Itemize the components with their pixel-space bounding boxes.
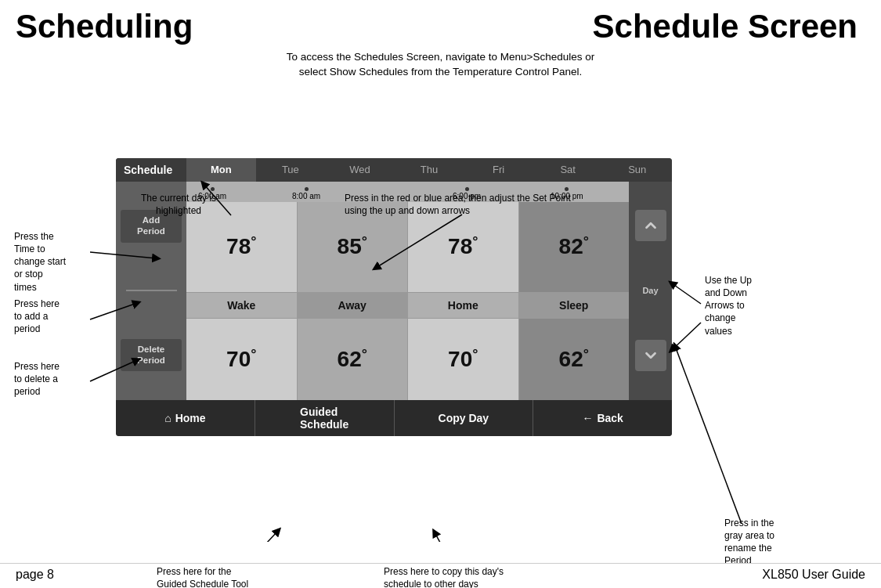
heat-temp-2: 85° — [338, 233, 367, 259]
period-name-3[interactable]: Home — [408, 293, 519, 318]
up-arrow-button[interactable] — [635, 210, 666, 241]
day-thu[interactable]: Thu — [395, 158, 464, 182]
guided-schedule-button[interactable]: GuidedSchedule — [255, 400, 395, 436]
svg-line-9 — [675, 346, 742, 524]
cool-temp-4: 62° — [559, 346, 589, 372]
cool-period-4[interactable]: 62° — [519, 319, 630, 400]
delete-period-button[interactable]: DeletePeriod — [121, 339, 182, 372]
heat-temp-3: 78° — [448, 233, 478, 259]
ann-rename-period: Press in thegray area torename thePeriod — [724, 517, 774, 568]
time-mark-2[interactable]: 8:00 am — [292, 187, 320, 200]
ann-up-down: Use the Upand DownArrows tochangevalues — [705, 274, 752, 337]
period-label-1: Wake — [227, 299, 255, 312]
period-label-4: Sleep — [559, 299, 588, 312]
ann-add-period: Press hereto add aperiod — [14, 298, 60, 336]
schedule-label: Schedule — [116, 158, 186, 182]
period-name-4[interactable]: Sleep — [519, 293, 630, 318]
sidebar-divider — [126, 290, 177, 291]
back-label: Back — [597, 412, 623, 424]
down-arrow-button[interactable] — [635, 340, 666, 371]
schedule-footer: ⌂ Home GuidedSchedule Copy Day ← Back — [116, 400, 672, 436]
cool-period-1[interactable]: 70° — [186, 319, 298, 400]
cool-period-2[interactable]: 62° — [298, 319, 409, 400]
day-fri[interactable]: Fri — [464, 158, 533, 182]
ann-press-time: Press theTime tochange startor stoptimes — [14, 230, 66, 294]
back-button[interactable]: ← Back — [533, 400, 672, 436]
home-button[interactable]: ⌂ Home — [116, 400, 255, 436]
svg-line-8 — [435, 532, 454, 542]
cool-period-3[interactable]: 70° — [408, 319, 519, 400]
copy-day-label: Copy Day — [439, 412, 489, 424]
day-wed[interactable]: Wed — [325, 158, 395, 182]
footer-guide: XL850 User Guide — [762, 568, 865, 582]
heat-temp-1: 78° — [226, 233, 256, 259]
footer-page: page 8 — [16, 568, 54, 582]
intro-text: To access the Schedules Screen, navigate… — [0, 50, 881, 80]
ann-red-blue: Press in the red or blue area, then adju… — [345, 192, 571, 217]
page-title-left: Scheduling — [16, 8, 193, 45]
ann-current-day: The current day ishighlighted — [141, 192, 216, 217]
period-name-1[interactable]: Wake — [186, 293, 298, 318]
period-label-2: Away — [338, 299, 366, 312]
cool-temp-3: 70° — [448, 346, 478, 372]
period-names-row: Wake Away Home Sleep — [186, 292, 629, 319]
cool-temps-row: 70° 62° 70° 62° — [186, 319, 629, 400]
cool-temp-2: 62° — [338, 346, 367, 372]
heat-temp-4: 82° — [559, 233, 589, 259]
svg-line-6 — [672, 323, 701, 350]
day-mon[interactable]: Mon — [186, 158, 256, 182]
page-header: Scheduling Schedule Screen — [0, 0, 881, 45]
day-sun[interactable]: Sun — [602, 158, 672, 182]
ann-delete-period: Press hereto delete aperiod — [14, 360, 60, 399]
copy-day-button[interactable]: Copy Day — [395, 400, 534, 436]
home-label: Home — [175, 412, 206, 424]
day-label: Day — [642, 286, 658, 295]
schedule-header: Schedule Mon Tue Wed Thu Fri Sat Sun — [116, 158, 672, 182]
svg-line-5 — [672, 283, 701, 304]
day-sat[interactable]: Sat — [533, 158, 603, 182]
svg-line-7 — [243, 531, 278, 542]
day-header-row: Mon Tue Wed Thu Fri Sat Sun — [186, 158, 672, 182]
right-arrow-panel: Day — [629, 182, 672, 400]
periods-area: 78° 85° 78° 82° — [186, 202, 629, 400]
day-tue[interactable]: Tue — [256, 158, 326, 182]
page-footer: page 8 XL850 User Guide — [0, 563, 881, 582]
guided-schedule-label: GuidedSchedule — [300, 406, 348, 431]
cool-temp-1: 70° — [226, 346, 256, 372]
period-name-2[interactable]: Away — [298, 293, 409, 318]
home-icon: ⌂ — [164, 412, 171, 424]
period-label-3: Home — [448, 299, 478, 312]
page-title-right: Schedule Screen — [593, 8, 858, 45]
back-arrow-icon: ← — [582, 412, 593, 424]
